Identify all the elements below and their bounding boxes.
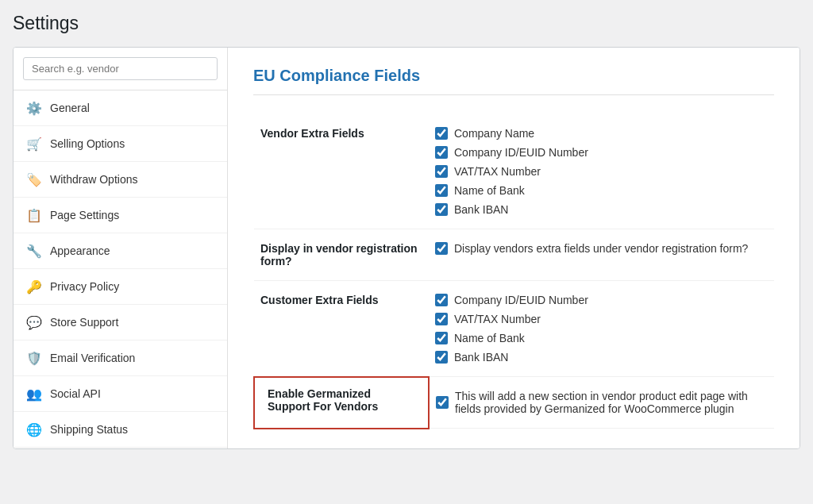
- display-registration-checkbox-label: Display vendors extra fields under vendo…: [454, 242, 748, 255]
- sidebar-item-label: Privacy Policy: [50, 280, 119, 293]
- vendor-extra-fields-content: Company Name Company ID/EUID Number VAT/…: [429, 114, 774, 229]
- vendor-extra-fields-row: Vendor Extra Fields Company Name Company…: [254, 114, 774, 229]
- vendor-bank-iban-row[interactable]: Bank IBAN: [435, 203, 768, 216]
- vendor-bank-name-row[interactable]: Name of Bank: [435, 184, 768, 197]
- section-title: EU Compliance Fields: [253, 67, 774, 85]
- vendor-vat-row[interactable]: VAT/TAX Number: [435, 165, 768, 178]
- display-registration-checkbox[interactable]: [435, 242, 448, 255]
- sidebar-item-label: Withdraw Options: [50, 173, 137, 186]
- sidebar-item-label: Social API: [50, 387, 101, 400]
- search-box: [13, 48, 227, 90]
- customer-extra-fields-row: Customer Extra Fields Company ID/EUID Nu…: [254, 281, 774, 377]
- display-registration-checkbox-row[interactable]: Display vendors extra fields under vendo…: [435, 242, 768, 255]
- customer-bank-iban-checkbox[interactable]: [435, 351, 448, 364]
- page-icon: 📋: [26, 207, 42, 223]
- germanized-label: Enable Germanized Support For Vendors: [268, 387, 378, 413]
- sidebar-item-label: Shipping Status: [50, 423, 128, 436]
- vendor-bank-iban-label: Bank IBAN: [454, 203, 508, 216]
- settings-table: Vendor Extra Fields Company Name Company…: [253, 114, 774, 429]
- vendor-company-name-row[interactable]: Company Name: [435, 127, 768, 140]
- settings-layout: ⚙️ General 🛒 Selling Options 🏷️ Withdraw…: [13, 47, 800, 449]
- nav-list: ⚙️ General 🛒 Selling Options 🏷️ Withdraw…: [13, 90, 227, 448]
- sidebar: ⚙️ General 🛒 Selling Options 🏷️ Withdraw…: [13, 48, 228, 448]
- sidebar-item-privacy[interactable]: 🔑 Privacy Policy: [13, 269, 227, 305]
- customer-vat-row[interactable]: VAT/TAX Number: [435, 313, 768, 325]
- withdraw-icon: 🏷️: [26, 171, 42, 187]
- people-icon: 👥: [26, 386, 42, 402]
- vendor-company-name-checkbox[interactable]: [435, 127, 448, 140]
- customer-company-id-label: Company ID/EUID Number: [454, 294, 588, 306]
- sidebar-item-selling[interactable]: 🛒 Selling Options: [13, 126, 227, 162]
- sidebar-item-social[interactable]: 👥 Social API: [13, 376, 227, 412]
- vendor-bank-name-label: Name of Bank: [454, 184, 525, 197]
- customer-vat-checkbox[interactable]: [435, 313, 448, 325]
- sidebar-item-label: Store Support: [50, 316, 118, 329]
- germanized-content: This will add a new section in vendor pr…: [429, 377, 774, 429]
- cart-icon: 🛒: [26, 136, 42, 152]
- vendor-checkboxes: Company Name Company ID/EUID Number VAT/…: [435, 127, 768, 216]
- customer-bank-name-label: Name of Bank: [454, 332, 525, 344]
- sidebar-item-withdraw[interactable]: 🏷️ Withdraw Options: [13, 162, 227, 198]
- customer-extra-fields-label: Customer Extra Fields: [254, 281, 429, 377]
- vendor-company-id-label: Company ID/EUID Number: [454, 146, 588, 159]
- sidebar-item-shipping[interactable]: 🌐 Shipping Status: [13, 412, 227, 448]
- sidebar-item-page[interactable]: 📋 Page Settings: [13, 198, 227, 233]
- customer-bank-name-checkbox[interactable]: [435, 332, 448, 344]
- vendor-extra-fields-label: Vendor Extra Fields: [254, 114, 429, 229]
- customer-company-id-checkbox[interactable]: [435, 294, 448, 306]
- main-content: EU Compliance Fields Vendor Extra Fields…: [228, 48, 800, 448]
- section-divider: [253, 94, 774, 95]
- sidebar-item-general[interactable]: ⚙️ General: [13, 90, 227, 126]
- chat-icon: 💬: [26, 314, 42, 330]
- sidebar-item-label: General: [50, 102, 90, 114]
- sidebar-item-email[interactable]: 🛡️ Email Verification: [13, 340, 227, 376]
- key-icon: 🔑: [26, 279, 42, 294]
- vendor-company-id-row[interactable]: Company ID/EUID Number: [435, 146, 768, 159]
- vendor-company-id-checkbox[interactable]: [435, 146, 448, 159]
- wrench-icon: 🔧: [26, 243, 42, 259]
- sidebar-item-label: Appearance: [50, 244, 110, 257]
- customer-bank-iban-label: Bank IBAN: [454, 351, 508, 364]
- search-input[interactable]: [23, 57, 218, 80]
- germanized-checkbox-content: This will add a new section in vendor pr…: [436, 390, 768, 415]
- display-registration-row: Display in vendor registration form? Dis…: [254, 229, 774, 281]
- vendor-company-name-label: Company Name: [454, 127, 534, 140]
- gear-icon: ⚙️: [26, 100, 42, 116]
- customer-company-id-row[interactable]: Company ID/EUID Number: [435, 294, 768, 306]
- globe-icon: 🌐: [26, 421, 42, 437]
- germanized-checkbox[interactable]: [436, 396, 449, 409]
- sidebar-item-label: Page Settings: [50, 209, 119, 221]
- page-wrapper: Settings ⚙️ General 🛒 Selling Options 🏷️…: [0, 0, 813, 504]
- customer-checkboxes: Company ID/EUID Number VAT/TAX Number Na…: [435, 294, 768, 364]
- sidebar-item-label: Selling Options: [50, 137, 125, 150]
- vendor-bank-iban-checkbox[interactable]: [435, 203, 448, 216]
- germanized-checkbox-label: This will add a new section in vendor pr…: [455, 390, 768, 415]
- germanized-label-cell: Enable Germanized Support For Vendors: [254, 377, 429, 429]
- vendor-vat-checkbox[interactable]: [435, 165, 448, 178]
- vendor-bank-name-checkbox[interactable]: [435, 184, 448, 197]
- page-title: Settings: [13, 13, 800, 34]
- germanized-checkbox-row[interactable]: This will add a new section in vendor pr…: [436, 390, 768, 415]
- sidebar-item-support[interactable]: 💬 Store Support: [13, 305, 227, 340]
- customer-bank-name-row[interactable]: Name of Bank: [435, 332, 768, 344]
- vendor-vat-label: VAT/TAX Number: [454, 165, 541, 178]
- display-registration-checkboxes: Display vendors extra fields under vendo…: [435, 242, 768, 255]
- customer-extra-fields-content: Company ID/EUID Number VAT/TAX Number Na…: [429, 281, 774, 377]
- germanized-row: Enable Germanized Support For Vendors Th…: [254, 377, 774, 429]
- shield-icon: 🛡️: [26, 350, 42, 366]
- customer-vat-label: VAT/TAX Number: [454, 313, 541, 325]
- sidebar-item-label: Email Verification: [50, 352, 135, 364]
- customer-bank-iban-row[interactable]: Bank IBAN: [435, 351, 768, 364]
- display-registration-label: Display in vendor registration form?: [254, 229, 429, 281]
- sidebar-item-appearance[interactable]: 🔧 Appearance: [13, 233, 227, 269]
- display-registration-content: Display vendors extra fields under vendo…: [429, 229, 774, 281]
